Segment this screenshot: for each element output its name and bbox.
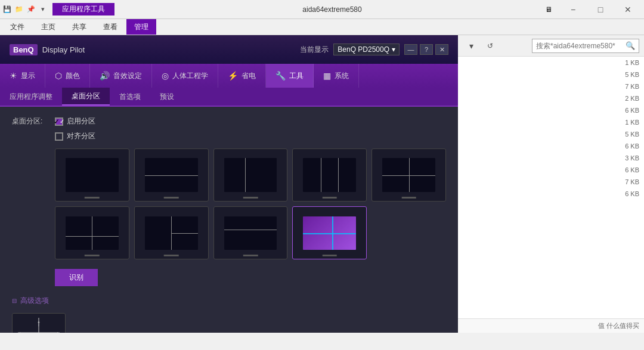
dp-content-area: 桌面分区: ✓ 启用分区 对齐分区 [0, 107, 458, 333]
dp-minimize-button[interactable]: — [404, 44, 417, 55]
submenu-preferences[interactable]: 首选项 [110, 88, 150, 106]
main-layout: BenQ Display Pilot 当前显示 BenQ PD2500Q ▾ —… [0, 35, 644, 333]
list-item[interactable]: 6 KB [458, 164, 644, 176]
submenu-desktop-partition[interactable]: 桌面分区 [62, 88, 110, 106]
dropdown-arrow-icon[interactable]: ▾ [38, 5, 48, 14]
color-nav-icon: ⬡ [55, 71, 62, 80]
list-item[interactable]: 6 KB [458, 188, 644, 200]
nav-tools-label: 工具 [289, 71, 304, 81]
system-nav-icon: ▦ [323, 71, 331, 80]
divider-v2 [321, 158, 321, 191]
dp-logo-area: BenQ Display Pilot [10, 44, 85, 55]
enable-partition-checkbox[interactable]: ✓ [55, 117, 63, 126]
tab-home[interactable]: 主页 [33, 19, 63, 35]
save-icon[interactable]: 💾 [2, 5, 12, 14]
screen-v4 [382, 158, 435, 191]
maximize-button[interactable]: □ [587, 0, 614, 19]
monitor-layout-grid [55, 148, 446, 259]
align-partition-checkbox-wrap[interactable]: 对齐分区 [55, 131, 95, 141]
right-toolbar: ▾ ↺ 🔍 [458, 35, 644, 57]
file-size: 6 KB [625, 107, 639, 114]
dp-window-buttons: — ? ✕ [404, 44, 448, 55]
ribbon: 文件 主页 共享 查看 管理 [0, 19, 644, 35]
nav-power-label: 省电 [242, 71, 256, 81]
stand-8 [243, 255, 258, 256]
stand-7 [164, 255, 179, 256]
divider-h [145, 175, 198, 176]
identify-button[interactable]: 识别 [55, 269, 98, 286]
nav-ergonomics-label: 人体工程学 [172, 71, 208, 81]
layout-full[interactable] [55, 148, 129, 202]
layout-active-purple[interactable] [292, 206, 367, 259]
align-partition-row: 对齐分区 [55, 131, 446, 141]
search-input[interactable] [536, 42, 626, 50]
nav-tools[interactable]: 🔧 工具 [266, 64, 314, 88]
dp-help-button[interactable]: ? [420, 44, 433, 55]
folder-icon[interactable]: 📁 [14, 5, 24, 14]
list-item[interactable]: 7 KB [458, 176, 644, 188]
list-item[interactable]: 7 KB [458, 80, 644, 92]
layout-htwo[interactable] [213, 206, 288, 259]
layout-v4[interactable] [371, 148, 446, 202]
list-item[interactable]: 5 KB [458, 128, 644, 140]
nav-audio[interactable]: 🔊 音效设定 [90, 64, 152, 88]
app-tools-tab[interactable]: 应用程序工具 [52, 3, 114, 16]
screen-v3 [303, 158, 356, 191]
advanced-options-section: ⊟ 高级选项 ↑ ↓ ← → [12, 296, 446, 333]
nav-power-save[interactable]: ⚡ 省电 [218, 64, 266, 88]
minimize-button[interactable]: − [559, 0, 587, 19]
nav-system[interactable]: ▦ 系统 [314, 64, 359, 88]
search-icon[interactable]: 🔍 [626, 41, 635, 50]
active-divider-h [303, 233, 356, 234]
layout-v3[interactable] [292, 148, 367, 202]
tab-file[interactable]: 文件 [2, 19, 32, 35]
layout-hl[interactable] [55, 206, 129, 259]
tab-view[interactable]: 查看 [95, 19, 125, 35]
list-item[interactable]: 2 KB [458, 92, 644, 104]
audio-nav-icon: 🔊 [100, 71, 110, 80]
list-item[interactable]: 5 KB [458, 69, 644, 80]
stand-1 [85, 197, 100, 199]
file-size: 6 KB [625, 166, 639, 174]
dp-close-button[interactable]: ✕ [435, 44, 448, 55]
screen-hl [66, 216, 119, 250]
screen-h2 [145, 158, 198, 191]
list-item[interactable]: 6 KB [458, 104, 644, 116]
enable-partition-checkbox-wrap[interactable]: ✓ 启用分区 [55, 116, 95, 126]
monitor-dropdown[interactable]: BenQ PD2500Q ▾ [333, 44, 400, 55]
ergonomics-nav-icon: ◎ [162, 71, 169, 80]
align-partition-checkbox[interactable] [55, 132, 63, 141]
nav-color[interactable]: ⬡ 颜色 [45, 64, 90, 88]
advanced-options-label: 高级选项 [20, 296, 49, 306]
tab-manage[interactable]: 管理 [126, 19, 156, 35]
collapse-icon: ⊟ [12, 298, 17, 304]
submenu-app-adjust[interactable]: 应用程序调整 [0, 88, 62, 106]
screen-full [66, 158, 119, 191]
close-button[interactable]: ✕ [614, 0, 642, 19]
monitor-select-area: 当前显示 BenQ PD2500Q ▾ — ? ✕ [300, 44, 448, 55]
advanced-options-header[interactable]: ⊟ 高级选项 [12, 296, 446, 306]
tab-share[interactable]: 共享 [64, 19, 94, 35]
display-nav-icon: ☀ [10, 71, 17, 80]
submenu-presets[interactable]: 预设 [150, 88, 184, 106]
nav-ergonomics[interactable]: ◎ 人体工程学 [152, 64, 218, 88]
stand-9 [323, 255, 338, 256]
layout-grid-container: 识别 [55, 148, 446, 286]
layout-vhalf[interactable] [134, 206, 209, 259]
divider-h3 [66, 236, 119, 237]
advanced-monitor-thumb[interactable]: ↑ ↓ ← → [12, 313, 66, 333]
nav-display[interactable]: ☀ 显示 [0, 64, 45, 88]
dropdown-arrow-button[interactable]: ▾ [463, 38, 479, 54]
list-item[interactable]: 6 KB [458, 140, 644, 152]
pin-icon[interactable]: 📌 [26, 5, 36, 14]
list-item[interactable]: 1 KB [458, 57, 644, 69]
list-item[interactable]: 1 KB [458, 116, 644, 128]
layout-v2left[interactable] [213, 148, 288, 202]
file-size: 5 KB [625, 131, 639, 138]
list-item[interactable]: 3 KB [458, 152, 644, 164]
ribbon-tabs: 文件 主页 共享 查看 管理 [0, 19, 644, 35]
layout-h2[interactable] [134, 148, 209, 202]
cross-vertical [39, 318, 39, 333]
refresh-button[interactable]: ↺ [482, 38, 499, 54]
dp-submenu: 应用程序调整 桌面分区 首选项 预设 [0, 88, 458, 107]
